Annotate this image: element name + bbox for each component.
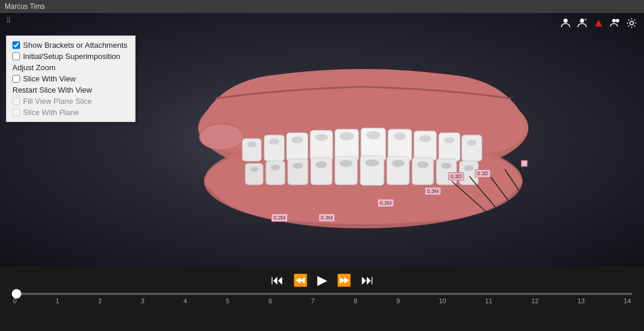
timeline-label-1: 1 bbox=[55, 297, 59, 304]
timeline-label-9: 9 bbox=[396, 297, 400, 304]
measurement-0.3D-6: 0.3D bbox=[475, 169, 491, 178]
measurement-0.2M-1: 0.2M bbox=[271, 214, 288, 222]
svg-rect-27 bbox=[462, 135, 482, 161]
skip-to-end-button[interactable]: ⏭ bbox=[361, 273, 374, 288]
svg-point-48 bbox=[464, 165, 474, 171]
bottom-area: ⏮ ⏪ ▶ ⏩ ⏭ 0 1 2 3 4 5 6 7 8 9 10 1 bbox=[0, 267, 644, 331]
fill-view-label: Fill View Plane Slice bbox=[23, 97, 92, 106]
timeline-label-12: 12 bbox=[531, 297, 538, 304]
menu-item-initial-setup[interactable]: Initial/Setup Superimposition bbox=[9, 51, 133, 62]
svg-rect-25 bbox=[439, 133, 460, 161]
svg-point-26 bbox=[444, 137, 455, 143]
timeline-label-7: 7 bbox=[311, 297, 315, 304]
svg-point-22 bbox=[393, 133, 406, 140]
svg-point-1 bbox=[580, 19, 584, 23]
svg-point-10 bbox=[247, 142, 257, 148]
svg-point-20 bbox=[366, 131, 380, 139]
step-forward-button[interactable]: ⏩ bbox=[337, 273, 351, 287]
svg-point-16 bbox=[315, 134, 328, 141]
svg-point-30 bbox=[250, 167, 258, 172]
svg-point-0 bbox=[564, 19, 568, 23]
menu-item-slice-plane[interactable]: Slice With Plane bbox=[9, 107, 133, 118]
svg-point-3 bbox=[612, 19, 616, 22]
svg-point-14 bbox=[291, 136, 303, 143]
title-text: Marcus Tims bbox=[5, 2, 45, 11]
fill-view-checkbox[interactable] bbox=[12, 97, 20, 105]
svg-point-36 bbox=[316, 161, 327, 168]
svg-point-4 bbox=[616, 19, 619, 22]
teeth-model-area bbox=[118, 48, 609, 243]
menu-item-slice-view[interactable]: Slice With View bbox=[9, 73, 133, 84]
show-brackets-checkbox[interactable] bbox=[12, 41, 20, 49]
measurement-0.3D-5: 0.3D bbox=[448, 172, 464, 181]
timeline-label-14: 14 bbox=[624, 297, 631, 304]
timeline-label-10: 10 bbox=[439, 297, 446, 304]
skip-to-start-button[interactable]: ⏮ bbox=[271, 273, 284, 288]
step-back-button[interactable]: ⏪ bbox=[293, 273, 308, 287]
person-icon-2[interactable] bbox=[576, 17, 589, 30]
svg-point-32 bbox=[271, 165, 280, 171]
menu-item-fill-view[interactable]: Fill View Plane Slice bbox=[9, 96, 133, 107]
settings-icon[interactable] bbox=[625, 17, 638, 30]
initial-setup-label: Initial/Setup Superimposition bbox=[23, 52, 120, 61]
svg-point-18 bbox=[340, 132, 354, 140]
slice-view-checkbox[interactable] bbox=[12, 75, 20, 83]
timeline-track[interactable] bbox=[12, 293, 632, 295]
playback-controls: ⏮ ⏪ ▶ ⏩ ⏭ bbox=[0, 267, 644, 288]
slice-plane-checkbox[interactable] bbox=[12, 109, 20, 116]
svg-rect-29 bbox=[245, 163, 263, 185]
svg-point-24 bbox=[419, 135, 431, 142]
measurement-0.3M-3: 0.3M bbox=[377, 199, 394, 207]
teeth-svg bbox=[157, 45, 570, 246]
play-button[interactable]: ▶ bbox=[317, 273, 327, 288]
timeline-container: 0 1 2 3 4 5 6 7 8 9 10 11 12 13 14 bbox=[12, 293, 632, 304]
viewport: ⠿ bbox=[0, 13, 644, 267]
svg-point-44 bbox=[417, 161, 429, 168]
svg-point-12 bbox=[269, 139, 280, 145]
top-icons-bar bbox=[559, 17, 638, 30]
slice-plane-label: Slice With Plane bbox=[23, 108, 79, 117]
adjust-zoom-label: Adjust Zoom bbox=[12, 63, 55, 72]
grip-icon: ⠿ bbox=[6, 17, 11, 25]
timeline-label-2: 2 bbox=[98, 297, 101, 304]
svg-rect-54 bbox=[521, 160, 527, 166]
svg-point-7 bbox=[199, 124, 244, 150]
svg-rect-33 bbox=[288, 159, 308, 185]
red-triangle-icon[interactable] bbox=[592, 17, 605, 30]
svg-point-46 bbox=[441, 163, 452, 169]
svg-point-40 bbox=[365, 159, 379, 166]
menu-adjust-zoom[interactable]: Adjust Zoom bbox=[9, 62, 133, 73]
menu-restart-slice[interactable]: Restart Slice With View bbox=[9, 84, 133, 96]
person-icon-1[interactable] bbox=[559, 17, 572, 30]
timeline-label-6: 6 bbox=[268, 297, 272, 304]
menu-item-show-brackets[interactable]: Show Brackets or Attachments bbox=[9, 40, 133, 51]
svg-point-5 bbox=[630, 21, 633, 25]
timeline-label-4: 4 bbox=[183, 297, 187, 304]
title-bar: Marcus Tims bbox=[0, 0, 644, 13]
timeline-label-13: 13 bbox=[577, 297, 584, 304]
restart-slice-label: Restart Slice With View bbox=[12, 86, 92, 94]
svg-point-38 bbox=[340, 160, 353, 167]
timeline-labels: 0 1 2 3 4 5 6 7 8 9 10 11 12 13 14 bbox=[12, 297, 632, 304]
svg-point-28 bbox=[467, 140, 477, 146]
timeline-label-5: 5 bbox=[226, 297, 229, 304]
svg-rect-45 bbox=[436, 159, 456, 185]
timeline-thumb[interactable] bbox=[12, 289, 21, 299]
measurement-0.3M-2: 0.3M bbox=[318, 214, 335, 222]
dropdown-menu: Show Brackets or Attachments Initial/Set… bbox=[6, 35, 136, 122]
timeline-label-11: 11 bbox=[485, 297, 492, 304]
timeline-label-3: 3 bbox=[141, 297, 144, 304]
svg-marker-2 bbox=[595, 19, 602, 27]
person-icon-3[interactable] bbox=[609, 17, 622, 30]
initial-setup-checkbox[interactable] bbox=[12, 53, 20, 60]
svg-point-42 bbox=[392, 160, 405, 167]
slice-view-label: Slice With View bbox=[23, 74, 75, 83]
main-container: Marcus Tims ⠿ bbox=[0, 0, 644, 331]
show-brackets-label: Show Brackets or Attachments bbox=[23, 41, 127, 50]
svg-point-34 bbox=[293, 163, 303, 169]
measurement-0.3M-4: 0.3M bbox=[425, 187, 441, 195]
timeline-label-8: 8 bbox=[354, 297, 357, 304]
